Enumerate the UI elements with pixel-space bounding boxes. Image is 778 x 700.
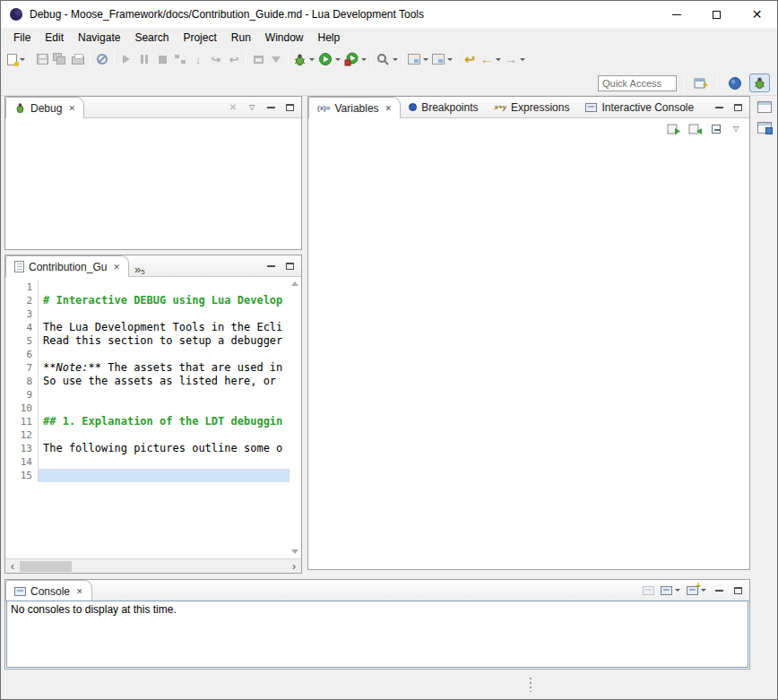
maximize-button[interactable]: [696, 1, 737, 28]
external-tools-button[interactable]: [342, 49, 368, 69]
editor-line-text[interactable]: [38, 348, 290, 361]
step-return-button[interactable]: ↩: [225, 49, 243, 69]
menu-item-run[interactable]: Run: [224, 30, 258, 46]
perspective-debug-button[interactable]: [749, 73, 770, 92]
save-button[interactable]: [33, 49, 51, 69]
debug-button[interactable]: [291, 49, 316, 69]
new-wizard-button[interactable]: [5, 49, 27, 69]
step-into-button[interactable]: ↓: [189, 49, 207, 69]
editor-line-text[interactable]: Read this section to setup a debugger: [38, 334, 290, 348]
close-tab-icon[interactable]: ✕: [385, 104, 393, 113]
minimized-view-icon[interactable]: [757, 122, 772, 134]
suspend-button[interactable]: [135, 49, 153, 69]
editor-line-text[interactable]: [38, 388, 290, 402]
editor-line-text[interactable]: # Interactive DEBUG using Lua Develop: [38, 294, 290, 307]
editor-line-text[interactable]: The following pictures outline some o: [38, 442, 290, 455]
line-number: 1: [5, 281, 38, 294]
drop-to-frame-button[interactable]: [249, 49, 267, 69]
run-button[interactable]: [316, 49, 342, 69]
ldt-perspective-icon: [728, 76, 742, 91]
restore-view-icon[interactable]: [757, 101, 772, 113]
last-edit-location-button[interactable]: ↩: [461, 49, 479, 69]
scroll-right-icon[interactable]: ›: [287, 560, 301, 573]
minimize-view-button[interactable]: [264, 259, 277, 273]
editor-line-text[interactable]: [38, 402, 290, 415]
open-perspective-button[interactable]: +: [692, 73, 710, 93]
editor-line-text[interactable]: So use the assets as listed here, or: [38, 375, 290, 388]
resume-button[interactable]: [117, 49, 135, 69]
maximize-view-button[interactable]: [283, 100, 296, 115]
tab-console[interactable]: Console ✕: [5, 580, 92, 601]
scroll-left-icon[interactable]: ‹: [5, 560, 20, 573]
scrollbar-thumb[interactable]: [20, 561, 72, 572]
editor-line-text[interactable]: **Note:** The assets that are used in: [38, 361, 290, 375]
tab-breakpoints[interactable]: Breakpoints: [401, 97, 486, 117]
sash-gripper[interactable]: [530, 678, 532, 692]
debug-view-content[interactable]: [5, 118, 301, 249]
menu-item-navigate[interactable]: Navigate: [71, 30, 127, 46]
console-output[interactable]: No consoles to display at this time.: [6, 601, 748, 668]
back-button[interactable]: ←: [479, 49, 503, 69]
editor-line-text[interactable]: [38, 469, 290, 482]
tab-expressions[interactable]: x+y Expressions: [487, 97, 578, 117]
new-console-view-button[interactable]: [661, 583, 680, 598]
close-tab-icon[interactable]: ✕: [68, 104, 75, 113]
minimize-button[interactable]: [656, 1, 696, 28]
minimize-view-button[interactable]: [713, 583, 725, 598]
editor-line-text[interactable]: [38, 281, 290, 294]
minimize-view-button[interactable]: [713, 100, 725, 115]
extra-tool-button-1[interactable]: [406, 49, 430, 69]
maximize-view-button[interactable]: [283, 259, 296, 273]
save-all-button[interactable]: [51, 49, 69, 69]
maximize-view-button[interactable]: [731, 100, 744, 115]
display-console-button[interactable]: [642, 583, 654, 598]
terminate-button[interactable]: [153, 49, 171, 69]
search-icon: [376, 53, 390, 66]
hidden-tabs-chooser[interactable]: »5: [129, 261, 151, 276]
forward-button[interactable]: →: [503, 49, 527, 69]
menu-item-window[interactable]: Window: [258, 30, 311, 46]
extra-tool-button-2[interactable]: [430, 49, 454, 69]
use-step-filters-button[interactable]: [267, 49, 285, 69]
scroll-down-icon[interactable]: [291, 549, 298, 554]
perspective-ldt-button[interactable]: [725, 74, 745, 92]
view-menu-button[interactable]: ▽: [730, 122, 742, 136]
editor-line-text[interactable]: ## 1. Explanation of the LDT debuggin: [38, 415, 290, 428]
close-tab-icon[interactable]: ✕: [76, 587, 83, 596]
editor-line-text[interactable]: [38, 455, 290, 469]
collapse-all-button[interactable]: [710, 122, 722, 136]
tab-contribution-guide[interactable]: Contribution_Gu ✕: [5, 255, 129, 277]
menu-item-search[interactable]: Search: [127, 30, 176, 46]
quick-access-input[interactable]: [598, 75, 677, 91]
menu-item-file[interactable]: File: [6, 30, 38, 46]
editor-lines[interactable]: 12# Interactive DEBUG using Lua Develop3…: [5, 277, 290, 558]
scroll-up-icon[interactable]: [291, 281, 298, 286]
vertical-scrollbar[interactable]: [290, 277, 301, 558]
search-button[interactable]: [375, 49, 400, 69]
minimize-view-button[interactable]: [264, 100, 277, 115]
variables-toolbar-button-2[interactable]: [688, 122, 703, 136]
variables-toolbar-button-1[interactable]: [667, 122, 681, 136]
editor-line-text[interactable]: The Lua Development Tools in the Ecli: [38, 321, 290, 334]
disconnect-button[interactable]: [171, 49, 189, 69]
open-console-button[interactable]: [687, 583, 706, 598]
tab-variables[interactable]: (x)= Variables ✕: [308, 97, 401, 118]
variables-view-content[interactable]: [308, 140, 749, 569]
close-button[interactable]: ✕: [737, 1, 777, 28]
tab-debug[interactable]: Debug ✕: [5, 97, 84, 118]
menu-item-project[interactable]: Project: [176, 30, 223, 46]
remove-terminated-button[interactable]: ✕: [227, 100, 239, 115]
print-button[interactable]: [69, 49, 87, 69]
step-over-button[interactable]: ↪: [207, 49, 225, 69]
horizontal-scrollbar[interactable]: ‹ ›: [5, 558, 301, 573]
markdown-file-icon: [14, 261, 24, 272]
menu-item-help[interactable]: Help: [311, 30, 348, 46]
editor-line-text[interactable]: [38, 428, 290, 442]
close-tab-icon[interactable]: ✕: [113, 263, 120, 272]
menu-item-edit[interactable]: Edit: [38, 30, 71, 46]
skip-all-breakpoints-button[interactable]: [93, 49, 111, 69]
editor-line-text[interactable]: [38, 307, 290, 321]
view-menu-button[interactable]: ▽: [246, 100, 258, 115]
tab-interactive-console[interactable]: Interactive Console: [577, 97, 702, 117]
maximize-view-button[interactable]: [731, 583, 744, 598]
